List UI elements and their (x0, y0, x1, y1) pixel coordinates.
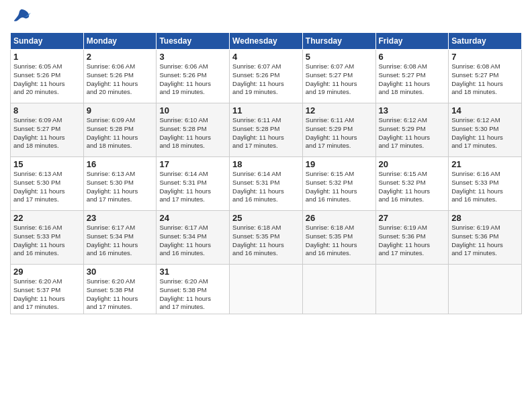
day-number: 26 (306, 213, 373, 223)
day-info: Sunrise: 6:16 AMSunset: 5:33 PMDaylight:… (451, 170, 503, 203)
table-row: 22Sunrise: 6:16 AMSunset: 5:33 PMDayligh… (11, 211, 84, 265)
day-info: Sunrise: 6:20 AMSunset: 5:38 PMDaylight:… (87, 277, 138, 310)
day-info: Sunrise: 6:13 AMSunset: 5:30 PMDaylight:… (13, 170, 65, 203)
logo-bird-icon (11, 7, 32, 27)
table-row: 18Sunrise: 6:14 AMSunset: 5:31 PMDayligh… (230, 157, 303, 211)
day-info: Sunrise: 6:08 AMSunset: 5:27 PMDaylight:… (451, 62, 503, 95)
table-row: 16Sunrise: 6:13 AMSunset: 5:30 PMDayligh… (83, 157, 157, 211)
page-container: Sunday Monday Tuesday Wednesday Thursday… (0, 0, 532, 321)
day-number: 2 (87, 52, 154, 62)
col-saturday: Saturday (449, 33, 522, 50)
day-number: 18 (232, 159, 300, 169)
col-monday: Monday (83, 33, 157, 50)
calendar-week-3: 15Sunrise: 6:13 AMSunset: 5:30 PMDayligh… (11, 157, 522, 211)
day-number: 29 (13, 267, 81, 277)
table-row: 9Sunrise: 6:09 AMSunset: 5:28 PMDaylight… (83, 103, 157, 157)
day-number: 3 (159, 52, 226, 62)
col-sunday: Sunday (11, 33, 84, 50)
day-info: Sunrise: 6:09 AMSunset: 5:28 PMDaylight:… (87, 116, 138, 149)
table-row: 29Sunrise: 6:20 AMSunset: 5:37 PMDayligh… (11, 265, 84, 314)
calendar-header-row: Sunday Monday Tuesday Wednesday Thursday… (11, 33, 522, 50)
logo (10, 7, 32, 27)
calendar-week-4: 22Sunrise: 6:16 AMSunset: 5:33 PMDayligh… (11, 211, 522, 265)
table-row: 28Sunrise: 6:19 AMSunset: 5:36 PMDayligh… (449, 211, 522, 265)
table-row: 2Sunrise: 6:06 AMSunset: 5:26 PMDaylight… (83, 50, 157, 103)
day-number: 27 (379, 213, 446, 223)
table-row (230, 265, 303, 314)
day-info: Sunrise: 6:06 AMSunset: 5:26 PMDaylight:… (87, 62, 138, 95)
day-number: 15 (13, 159, 81, 169)
table-row: 17Sunrise: 6:14 AMSunset: 5:31 PMDayligh… (157, 157, 230, 211)
day-info: Sunrise: 6:08 AMSunset: 5:27 PMDaylight:… (379, 62, 431, 95)
day-info: Sunrise: 6:19 AMSunset: 5:36 PMDaylight:… (451, 224, 503, 257)
day-number: 14 (451, 105, 519, 116)
day-number: 28 (451, 213, 519, 223)
day-number: 24 (159, 213, 226, 223)
table-row (375, 265, 449, 314)
day-info: Sunrise: 6:15 AMSunset: 5:32 PMDaylight:… (306, 170, 357, 203)
day-info: Sunrise: 6:12 AMSunset: 5:30 PMDaylight:… (451, 116, 503, 149)
table-row: 4Sunrise: 6:07 AMSunset: 5:26 PMDaylight… (230, 50, 303, 103)
day-number: 21 (451, 159, 519, 169)
day-info: Sunrise: 6:07 AMSunset: 5:27 PMDaylight:… (306, 62, 357, 95)
day-number: 10 (159, 105, 226, 116)
day-info: Sunrise: 6:17 AMSunset: 5:34 PMDaylight:… (87, 224, 138, 257)
calendar-week-5: 29Sunrise: 6:20 AMSunset: 5:37 PMDayligh… (11, 265, 522, 314)
table-row: 30Sunrise: 6:20 AMSunset: 5:38 PMDayligh… (83, 265, 157, 314)
col-wednesday: Wednesday (230, 33, 303, 50)
day-info: Sunrise: 6:11 AMSunset: 5:29 PMDaylight:… (306, 116, 357, 149)
calendar-week-1: 1Sunrise: 6:05 AMSunset: 5:26 PMDaylight… (11, 50, 522, 103)
day-info: Sunrise: 6:19 AMSunset: 5:36 PMDaylight:… (379, 224, 431, 257)
day-info: Sunrise: 6:15 AMSunset: 5:32 PMDaylight:… (379, 170, 431, 203)
table-row: 3Sunrise: 6:06 AMSunset: 5:26 PMDaylight… (157, 50, 230, 103)
table-row: 26Sunrise: 6:18 AMSunset: 5:35 PMDayligh… (302, 211, 375, 265)
col-tuesday: Tuesday (157, 33, 230, 50)
day-number: 9 (87, 105, 154, 116)
day-number: 11 (232, 105, 300, 116)
day-number: 6 (379, 52, 446, 62)
day-info: Sunrise: 6:20 AMSunset: 5:38 PMDaylight:… (159, 277, 211, 310)
table-row: 21Sunrise: 6:16 AMSunset: 5:33 PMDayligh… (449, 157, 522, 211)
day-number: 31 (159, 267, 226, 277)
day-number: 20 (379, 159, 446, 169)
day-number: 8 (13, 105, 81, 116)
table-row: 27Sunrise: 6:19 AMSunset: 5:36 PMDayligh… (375, 211, 449, 265)
day-number: 5 (306, 52, 373, 62)
table-row (449, 265, 522, 314)
day-number: 30 (87, 267, 154, 277)
table-row: 13Sunrise: 6:12 AMSunset: 5:29 PMDayligh… (375, 103, 449, 157)
day-info: Sunrise: 6:14 AMSunset: 5:31 PMDaylight:… (232, 170, 284, 203)
day-info: Sunrise: 6:13 AMSunset: 5:30 PMDaylight:… (87, 170, 138, 203)
day-info: Sunrise: 6:07 AMSunset: 5:26 PMDaylight:… (232, 62, 284, 95)
table-row: 24Sunrise: 6:17 AMSunset: 5:34 PMDayligh… (157, 211, 230, 265)
day-number: 12 (306, 105, 373, 116)
col-friday: Friday (375, 33, 449, 50)
day-info: Sunrise: 6:06 AMSunset: 5:26 PMDaylight:… (159, 62, 211, 95)
day-info: Sunrise: 6:10 AMSunset: 5:28 PMDaylight:… (159, 116, 211, 149)
day-info: Sunrise: 6:05 AMSunset: 5:26 PMDaylight:… (13, 62, 65, 95)
day-info: Sunrise: 6:14 AMSunset: 5:31 PMDaylight:… (159, 170, 211, 203)
day-info: Sunrise: 6:09 AMSunset: 5:27 PMDaylight:… (13, 116, 65, 149)
day-info: Sunrise: 6:18 AMSunset: 5:35 PMDaylight:… (232, 224, 284, 257)
table-row (302, 265, 375, 314)
table-row: 14Sunrise: 6:12 AMSunset: 5:30 PMDayligh… (449, 103, 522, 157)
day-info: Sunrise: 6:18 AMSunset: 5:35 PMDaylight:… (306, 224, 357, 257)
day-number: 4 (232, 52, 300, 62)
table-row: 20Sunrise: 6:15 AMSunset: 5:32 PMDayligh… (375, 157, 449, 211)
table-row: 5Sunrise: 6:07 AMSunset: 5:27 PMDaylight… (302, 50, 375, 103)
table-row: 25Sunrise: 6:18 AMSunset: 5:35 PMDayligh… (230, 211, 303, 265)
day-number: 16 (87, 159, 154, 169)
day-info: Sunrise: 6:20 AMSunset: 5:37 PMDaylight:… (13, 277, 65, 310)
day-number: 1 (13, 52, 81, 62)
day-number: 17 (159, 159, 226, 169)
table-row: 8Sunrise: 6:09 AMSunset: 5:27 PMDaylight… (11, 103, 84, 157)
table-row: 11Sunrise: 6:11 AMSunset: 5:28 PMDayligh… (230, 103, 303, 157)
day-info: Sunrise: 6:17 AMSunset: 5:34 PMDaylight:… (159, 224, 211, 257)
table-row: 19Sunrise: 6:15 AMSunset: 5:32 PMDayligh… (302, 157, 375, 211)
col-thursday: Thursday (302, 33, 375, 50)
day-info: Sunrise: 6:16 AMSunset: 5:33 PMDaylight:… (13, 224, 65, 257)
calendar-table: Sunday Monday Tuesday Wednesday Thursday… (10, 32, 522, 314)
day-number: 25 (232, 213, 300, 223)
day-number: 7 (451, 52, 519, 62)
day-number: 22 (13, 213, 81, 223)
